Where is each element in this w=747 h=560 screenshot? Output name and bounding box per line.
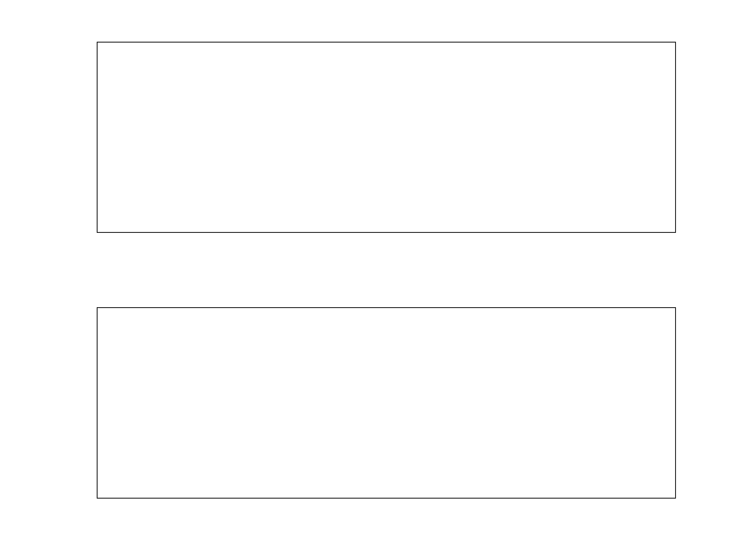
sound-units-plot — [97, 307, 676, 499]
matlab-figure — [0, 0, 747, 560]
spectrogram-plot — [97, 42, 676, 233]
spectrogram-image — [98, 43, 675, 232]
